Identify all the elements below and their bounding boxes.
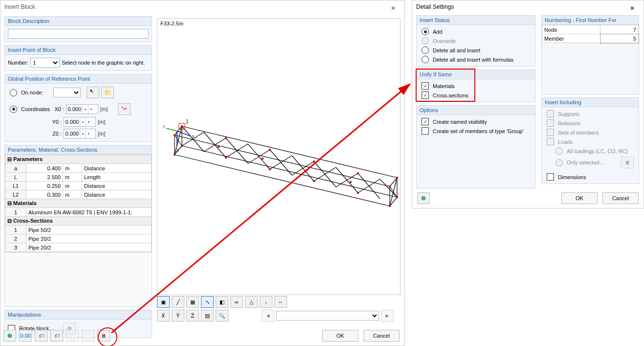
tool-support-icon[interactable]: △ xyxy=(245,296,258,308)
copy1-icon[interactable]: 📄 xyxy=(66,330,79,342)
insert-status-title: Insert Status xyxy=(417,16,535,25)
svg-line-0 xyxy=(166,128,177,131)
all-loadings-label: All loadings (LC, CO, RC) xyxy=(567,148,628,154)
unify-group: Unify If Same Materials Cross-sections xyxy=(416,69,535,102)
svg-point-34 xyxy=(218,146,220,148)
block-description-group: Block Description xyxy=(4,16,152,42)
manipulations-title: Manipulations xyxy=(5,310,152,320)
tool-axes-icon[interactable]: ⤡ xyxy=(201,296,214,308)
help-icon[interactable]: ❷ xyxy=(417,192,430,204)
units-icon[interactable]: 0.00 xyxy=(19,330,32,342)
tool-load-icon[interactable]: ↓ xyxy=(260,296,272,308)
on-node-radio[interactable] xyxy=(10,89,17,96)
number-label: Number: xyxy=(8,60,28,66)
folder-icon[interactable]: 📁 xyxy=(101,87,114,98)
close-icon[interactable]: ✕ xyxy=(625,2,640,12)
svg-point-36 xyxy=(262,158,264,160)
tool-link-icon[interactable]: ∞ xyxy=(230,296,243,308)
numbering-group: Numbering - First Number For Node7 Membe… xyxy=(541,15,639,94)
view-xz-icon[interactable]: Ŷ xyxy=(172,310,184,322)
deleteinsert-label: Delete all and insert xyxy=(433,47,480,53)
block-description-input[interactable] xyxy=(8,29,149,39)
cancel-button[interactable]: Cancel xyxy=(363,330,400,342)
table-row: 1Aluminum EN AW-6082 T6 | ENV 1999-1-1: xyxy=(5,208,152,217)
numbering-table[interactable]: Node7 Member5 xyxy=(542,25,639,43)
close-icon[interactable]: ✕ xyxy=(386,2,400,12)
named-visibility-checkbox[interactable] xyxy=(422,118,429,125)
svg-point-32 xyxy=(174,154,176,156)
preview-viewport[interactable]: F33-2.5m Y Z X xyxy=(157,18,400,295)
cancel-button[interactable]: Cancel xyxy=(602,192,639,204)
parameters-table[interactable]: ⊟ Parameters a0.400mDistance L2.500mLeng… xyxy=(5,155,152,252)
dialog2-buttons: OK Cancel xyxy=(561,192,639,204)
group-set-checkbox[interactable] xyxy=(422,127,429,135)
table-row: a0.400mDistance xyxy=(5,164,152,173)
dimensions-checkbox[interactable] xyxy=(547,173,554,181)
group-set-label: Create set of members of type 'Group' xyxy=(433,128,524,134)
dialog1-buttons: OK Cancel xyxy=(322,330,400,342)
tool-grid-icon[interactable]: ▦ xyxy=(186,296,199,308)
pick-point-icon[interactable] xyxy=(118,103,131,115)
view-iso-icon[interactable]: ▨ xyxy=(201,310,214,322)
svg-text:1: 1 xyxy=(186,119,189,124)
svg-point-41 xyxy=(396,177,398,179)
ok-button[interactable]: OK xyxy=(322,330,358,342)
svg-point-31 xyxy=(181,145,183,147)
deleteinsertf-radio[interactable] xyxy=(422,56,429,63)
nav-next-icon[interactable]: ► xyxy=(381,310,394,322)
detail-settings-title: Detail Settings xyxy=(416,0,454,13)
table-row: L2.500mLength xyxy=(5,173,152,182)
x0-unit: [m] xyxy=(100,106,110,112)
tag1-icon[interactable]: 🏷 xyxy=(35,330,47,342)
view-zoom-icon[interactable]: 🔍 xyxy=(216,310,228,322)
tool-line-icon[interactable]: ╱ xyxy=(172,296,184,308)
tool-dim-icon[interactable]: ↔ xyxy=(274,296,287,308)
number-select[interactable]: 1 xyxy=(30,58,60,68)
x0-input[interactable]: 0.000▴▸ xyxy=(66,104,98,114)
svg-line-17 xyxy=(292,161,314,175)
detail-settings-title-bar: Detail Settings ✕ xyxy=(412,0,644,13)
loads-checkbox xyxy=(547,138,554,145)
deleteinsert-radio[interactable] xyxy=(422,46,429,54)
tool-iso-icon[interactable]: ▣ xyxy=(157,296,170,308)
detail-right-col: Numbering - First Number For Node7 Membe… xyxy=(539,14,641,187)
ok-button[interactable]: OK xyxy=(561,192,598,204)
z0-label: Z0 : xyxy=(51,131,62,137)
coordinates-radio[interactable] xyxy=(10,106,17,113)
add-radio[interactable] xyxy=(422,28,429,35)
numbering-title: Numbering - First Number For xyxy=(542,16,639,25)
copy2-icon[interactable]: 📄 xyxy=(82,330,94,342)
including-group: Insert Including Supports Releases Sets … xyxy=(541,97,639,184)
view-xy-icon[interactable]: X̂ xyxy=(157,310,170,322)
view-yz-icon[interactable]: Ẑ xyxy=(186,310,199,322)
z0-input[interactable]: 0.000▴▸ xyxy=(64,129,96,138)
coordinates-label: Coordinates xyxy=(21,106,51,112)
table-row: L10.250mDistance xyxy=(5,182,152,190)
on-node-label: On node: xyxy=(21,90,51,95)
help-icon[interactable]: ❷ xyxy=(3,330,16,342)
insert-block-dialog: Insert Block ✕ Block Description Insert … xyxy=(0,0,405,346)
cross-sections-checkbox[interactable] xyxy=(422,92,429,99)
view-select[interactable] xyxy=(276,311,379,321)
table-row: 1Pipe 50/2 xyxy=(5,226,152,234)
materials-label: Materials xyxy=(433,83,455,89)
left-panel: Block Description Insert Point of Block … xyxy=(2,15,154,341)
options-group: Options Create named visibility Create s… xyxy=(416,105,535,188)
on-node-select[interactable] xyxy=(53,88,81,97)
z0-unit: [m] xyxy=(98,131,108,137)
tool-solid-icon[interactable]: ◧ xyxy=(216,296,228,308)
nav-prev-icon[interactable]: ◄ xyxy=(262,310,274,322)
insert-block-title-bar: Insert Block ✕ xyxy=(0,0,404,13)
cross-sections-label: Cross-sections xyxy=(433,92,468,98)
y0-input[interactable]: 0.000▴▸ xyxy=(64,117,96,127)
materials-checkbox[interactable] xyxy=(422,82,429,90)
releases-label: Releases xyxy=(558,120,580,126)
only-selected-pick-icon: 🗎 xyxy=(621,157,634,168)
viewport-label: F33-2.5m xyxy=(160,21,183,26)
details-icon[interactable]: 🗎 xyxy=(97,330,110,342)
tag2-icon[interactable]: 🏷 xyxy=(50,330,63,342)
pick-node-icon[interactable] xyxy=(87,87,99,98)
insert-point-title: Insert Point of Block xyxy=(5,46,152,55)
insert-point-hint: Select node in the graphic on right. xyxy=(62,60,145,66)
supports-label: Supports xyxy=(558,111,579,117)
